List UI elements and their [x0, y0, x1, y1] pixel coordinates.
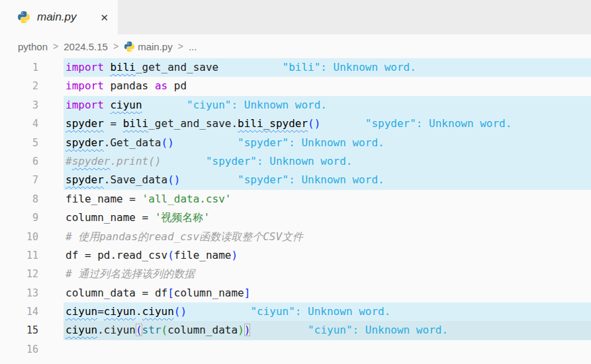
code-line[interactable]: 4spyder = bili_get_and_save.bili_spyder(… [0, 114, 591, 133]
code-token: file_name [174, 249, 232, 261]
code-line[interactable]: 1import bili_get_and_save "bili": Unknow… [0, 58, 591, 77]
spell-hint: "ciyun": Unknown word. [308, 324, 448, 336]
code-token: ) [244, 324, 251, 336]
line-number: 7 [0, 171, 38, 189]
code-token: ] [244, 287, 251, 299]
line-number: 2 [0, 77, 38, 95]
line-number: 14 [0, 302, 38, 321]
code-line[interactable]: 10# 使用pandas的read_csv函数读取整个CSV文件 [0, 228, 591, 246]
code-token: . [136, 305, 142, 318]
code-token [320, 117, 365, 130]
misspelled-word: bili [123, 117, 149, 130]
code-token: () [174, 305, 187, 318]
code-token: ) [231, 249, 238, 261]
breadcrumb-item[interactable]: 2024.5.15 [64, 41, 108, 52]
code-token: = [136, 211, 155, 224]
code-token: pd.read_csv [97, 249, 167, 261]
code-token: str [142, 324, 161, 336]
code-token: .Get_data [104, 136, 161, 149]
code-token: = [97, 305, 104, 318]
code-token: file_name [66, 193, 123, 205]
breadcrumb-item[interactable]: ... [189, 41, 197, 52]
code-line[interactable]: 11df = pd.read_csv(file_name) [0, 246, 591, 265]
code-token: '视频名称' [155, 211, 210, 224]
breadcrumb: python>2024.5.15> main.py>... [0, 34, 591, 58]
code-line-content[interactable]: column_data = df[column_name] [64, 284, 591, 302]
code-line[interactable]: 6#spyder.print() "spyder": Unknown word. [0, 152, 591, 171]
misspelled-word: ciyun [104, 305, 136, 318]
code-token: column_name [174, 287, 244, 299]
misspelled-word: bili_spyder [238, 117, 308, 130]
code-token: () [308, 117, 320, 130]
line-number: 6 [0, 152, 38, 171]
code-line-content[interactable]: spyder.Get_data() "spyder": Unknown word… [64, 134, 591, 152]
line-number: 1 [0, 58, 38, 77]
spell-hint: "spyder": Unknown word. [206, 155, 353, 167]
code-line-content[interactable]: spyder.Save_data() "spyder": Unknown wor… [64, 171, 591, 189]
code-line[interactable]: 15ciyun.ciyun(str(column_data)) "ciyun":… [0, 321, 591, 340]
code-line-content[interactable]: import bili_get_and_save "bili": Unknown… [64, 58, 591, 77]
misspelled-word: spyder [66, 173, 104, 186]
code-line-content[interactable]: file_name = 'all_data.csv' [64, 190, 591, 208]
python-file-icon [17, 11, 30, 24]
misspelled-word: ciyun [66, 324, 97, 336]
code-line[interactable]: 7spyder.Save_data() "spyder": Unknown wo… [0, 171, 591, 189]
breadcrumb-separator: > [53, 41, 58, 52]
code-token: ( [136, 324, 142, 336]
breadcrumb-item[interactable]: python [18, 41, 48, 52]
code-token [174, 136, 238, 149]
code-token: ( [161, 324, 168, 336]
code-line-content[interactable]: ciyun=ciyun.ciyun() "ciyun": Unknown wor… [64, 302, 591, 321]
code-line[interactable]: 2import pandas as pd [0, 77, 591, 95]
line-number: 9 [0, 208, 38, 227]
code-line[interactable]: 14ciyun=ciyun.ciyun() "ciyun": Unknown w… [0, 302, 591, 321]
line-number: 11 [0, 246, 38, 265]
code-line[interactable]: 5spyder.Get_data() "spyder": Unknown wor… [0, 134, 591, 152]
spell-hint: "spyder": Unknown word. [238, 136, 385, 149]
code-editor[interactable]: 1import bili_get_and_save "bili": Unknow… [0, 58, 591, 359]
code-token: df [155, 287, 167, 299]
code-token: # 通过列名选择该列的数据 [66, 267, 195, 280]
code-line-content[interactable]: column_name = '视频名称' [64, 208, 591, 227]
breadcrumb-item[interactable]: main.py [124, 41, 173, 52]
code-token: .print() [110, 155, 161, 167]
close-tab-icon[interactable]: ✕ [99, 11, 110, 24]
code-line[interactable]: 3import ciyun "ciyun": Unknown word. [0, 96, 591, 114]
line-number: 16 [0, 340, 38, 359]
code-line-content[interactable]: ciyun.ciyun(str(column_data)) "ciyun": U… [64, 321, 591, 340]
code-line[interactable]: 8file_name = 'all_data.csv' [0, 190, 591, 208]
code-token: ) [238, 324, 244, 336]
tab-main-py[interactable]: main.py ✕ [0, 0, 118, 34]
code-token: .Save_data [104, 173, 167, 186]
misspelled-word: bili [110, 61, 136, 73]
code-token [218, 61, 282, 73]
code-line-content[interactable]: import ciyun "ciyun": Unknown word. [64, 96, 591, 114]
code-line-content[interactable]: #spyder.print() "spyder": Unknown word. [64, 152, 591, 171]
code-token: pd [174, 79, 187, 92]
code-line-content[interactable]: import pandas as pd [64, 77, 591, 95]
code-token: = [123, 193, 142, 205]
code-line[interactable]: 13column_data = df[column_name] [0, 284, 591, 302]
code-token: column_name [66, 211, 136, 224]
code-token: as [155, 79, 174, 92]
line-number: 5 [0, 134, 38, 152]
code-token [250, 324, 308, 336]
code-token: .ciyun [97, 324, 136, 336]
code-editor-window: main.py ✕ python>2024.5.15> main.py>... … [0, 0, 591, 359]
code-line[interactable]: 12# 通过列名选择该列的数据 [0, 265, 591, 283]
misspelled-word: spyder [66, 136, 104, 149]
code-line-content[interactable]: spyder = bili_get_and_save.bili_spyder()… [64, 114, 591, 133]
code-line-content[interactable]: # 通过列名选择该列的数据 [64, 265, 591, 283]
breadcrumb-separator: > [113, 41, 118, 52]
code-line[interactable]: 16 [0, 340, 591, 359]
line-number: 13 [0, 284, 38, 302]
code-token: # [66, 155, 72, 167]
code-token: import [66, 61, 110, 73]
code-line-content[interactable] [64, 340, 591, 359]
breadcrumb-separator: > [178, 41, 183, 52]
code-line-content[interactable]: # 使用pandas的read_csv函数读取整个CSV文件 [64, 228, 591, 246]
code-line-content[interactable]: df = pd.read_csv(file_name) [64, 246, 591, 265]
code-line[interactable]: 9column_name = '视频名称' [0, 208, 591, 227]
code-token: = [104, 117, 123, 130]
code-token: pandas [110, 79, 154, 92]
